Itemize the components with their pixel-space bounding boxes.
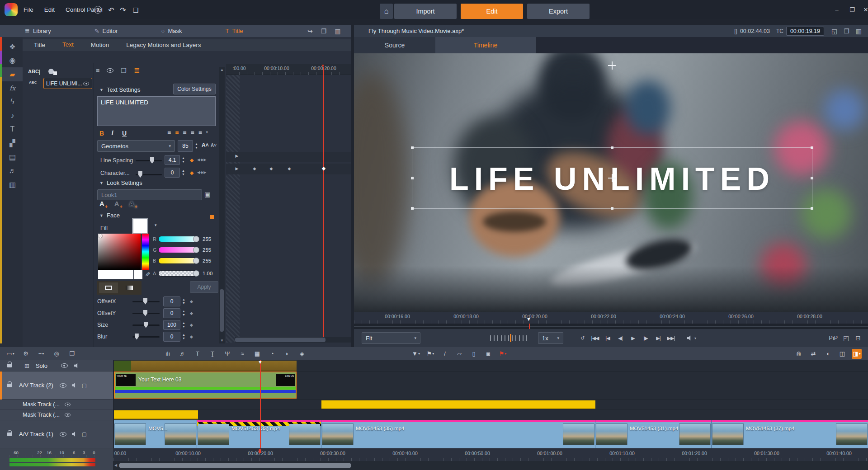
- magnet-snap-icon[interactable]: ⋒▾: [794, 349, 804, 359]
- previous-clip-button[interactable]: |◀: [602, 333, 613, 343]
- scroll-left-icon[interactable]: ◀: [114, 463, 117, 467]
- character-spacing-field[interactable]: 0: [165, 168, 180, 178]
- add-face-icon[interactable]: A+: [99, 200, 104, 207]
- go-to-start-button[interactable]: |◀◀: [590, 333, 600, 343]
- tab-legacy-motions[interactable]: Legacy Motions and Layers: [126, 42, 201, 49]
- tab-editor[interactable]: ✎ Editor: [94, 28, 118, 34]
- parameter-slider[interactable]: [132, 301, 160, 302]
- eye-icon[interactable]: [65, 402, 71, 406]
- help-icon[interactable]: ?: [94, 6, 102, 14]
- channel-slider[interactable]: [158, 270, 200, 277]
- slider-thumb[interactable]: [144, 322, 148, 328]
- hue-strip[interactable]: [142, 234, 149, 270]
- panel-columns-icon[interactable]: ▥: [335, 28, 340, 34]
- timeline-video-clip[interactable]: MOV51453 (33).mp4: [197, 420, 321, 448]
- export-frame-icon[interactable]: ❐▾: [67, 349, 77, 359]
- parameter-field[interactable]: 100: [163, 320, 180, 330]
- disc-burn-icon[interactable]: ◎▾: [52, 349, 61, 359]
- smart-edit-icon[interactable]: ◨▾: [852, 349, 862, 359]
- font-size-stepper[interactable]: ▲▼: [195, 140, 198, 152]
- selected-keyframe-icon[interactable]: ◆: [322, 165, 326, 171]
- font-family-dropdown[interactable]: Geometos ▾: [97, 140, 175, 152]
- slider-thumb[interactable]: [138, 171, 142, 178]
- sidebar-movies-icon[interactable]: ◉: [2, 54, 23, 68]
- flag-mode-icon[interactable]: ⚑▾: [425, 349, 435, 359]
- menu-edit[interactable]: Edit: [44, 6, 55, 13]
- settings-scrollbar[interactable]: ▲ ▼: [219, 67, 225, 343]
- timeline-video-clip[interactable]: MOV5...: [114, 420, 197, 448]
- parameter-stepper[interactable]: ▲▼: [182, 308, 185, 318]
- chevron-down-icon[interactable]: ▾: [694, 336, 696, 340]
- pip-label[interactable]: PiP: [829, 335, 838, 341]
- chevron-down-icon[interactable]: ▾: [155, 223, 157, 227]
- add-shadow-icon[interactable]: A+: [129, 200, 134, 207]
- collapse-arrow-icon[interactable]: ▼: [99, 88, 104, 92]
- sidebar-projects-folder-icon[interactable]: ▰: [2, 67, 23, 81]
- eye-icon[interactable]: [61, 363, 68, 368]
- keyframe-run-in-icon[interactable]: ▶: [236, 166, 239, 171]
- add-shape-icon[interactable]: [48, 68, 57, 75]
- tab-motion[interactable]: Motion: [91, 42, 109, 49]
- add-edge-icon[interactable]: A+: [114, 200, 119, 207]
- sidebar-montage-icon[interactable]: ▞: [2, 136, 23, 150]
- restore-icon[interactable]: ❐: [846, 5, 858, 14]
- add-keyframe-icon[interactable]: ◆: [190, 157, 193, 163]
- insert-mode-icon[interactable]: ▼▾: [411, 349, 421, 359]
- channel-slider[interactable]: [158, 236, 200, 242]
- add-keyframe-icon[interactable]: ◆: [190, 311, 193, 315]
- paragraph-spacing-icon[interactable]: ≡: [198, 129, 202, 136]
- tab-text[interactable]: Text: [62, 41, 74, 49]
- parameter-slider[interactable]: [132, 324, 160, 326]
- add-keyframe-icon[interactable]: ◆: [190, 170, 193, 176]
- voiceover-mic-icon[interactable]: Ψ▾: [222, 349, 232, 359]
- decrease-font-icon[interactable]: A˅: [211, 143, 217, 148]
- video-preview[interactable]: LIFE UNLIMITED: [354, 53, 868, 312]
- channel-slider[interactable]: [158, 258, 200, 264]
- italic-button[interactable]: I: [111, 130, 113, 137]
- line-spacing-field[interactable]: 4.1: [165, 155, 180, 165]
- solid-fill-button[interactable]: [99, 282, 118, 293]
- scroll-down-icon[interactable]: ▼: [220, 338, 224, 343]
- mini-hscrollbar[interactable]: [235, 337, 351, 343]
- add-keyframe-icon[interactable]: ◆: [190, 334, 193, 339]
- align-center-icon[interactable]: ≡: [175, 129, 179, 136]
- preview-playhead-handle[interactable]: ▼: [526, 316, 531, 322]
- keyframe-wave-icon[interactable]: ≈▾: [237, 349, 247, 359]
- sidebar-media-bins-icon[interactable]: ❖: [2, 40, 23, 54]
- sidebar-scorefitter-icon[interactable]: ♬: [2, 164, 23, 178]
- track-header-mask1[interactable]: Mask Track (...: [0, 400, 113, 409]
- dual-preview-icon[interactable]: ▥: [856, 28, 862, 34]
- timeline-settings-gear-icon[interactable]: ⚙▾: [21, 349, 31, 359]
- eye-icon[interactable]: [60, 383, 66, 388]
- timecode-field[interactable]: 00:00:19.19: [786, 27, 824, 36]
- shuttle-jog-control[interactable]: [490, 335, 530, 341]
- underline-button[interactable]: U: [122, 130, 127, 137]
- slider-thumb[interactable]: [143, 298, 147, 305]
- time-remap-icon[interactable]: ◔▾: [267, 349, 277, 359]
- line-spacing-slider[interactable]: [136, 160, 162, 161]
- fullscreen-preview-icon[interactable]: ◱: [831, 28, 837, 34]
- duplicate-layer-icon[interactable]: ❐: [121, 67, 127, 74]
- add-text-icon[interactable]: ABC: [28, 69, 39, 74]
- sidebar-bookshelf-icon[interactable]: ▥: [2, 178, 23, 192]
- keyframe-add-icon[interactable]: ◈▾: [297, 349, 307, 359]
- parameter-slider[interactable]: [132, 313, 160, 314]
- speech-bubble-icon[interactable]: ◗▾: [282, 349, 292, 359]
- audio-mixer-icon[interactable]: ılı▾: [163, 349, 173, 359]
- preview-scroll-strip[interactable]: [354, 324, 868, 329]
- eye-icon[interactable]: [65, 413, 71, 417]
- volume-speaker-icon[interactable]: [687, 335, 693, 341]
- sidebar-effects-icon[interactable]: fx: [2, 81, 23, 95]
- keyframe-nav-icons[interactable]: ◀◆▶: [197, 170, 207, 174]
- collapse-arrow-icon[interactable]: ▼: [99, 213, 104, 218]
- character-spacing-stepper[interactable]: ▲▼: [182, 168, 185, 178]
- solo-label[interactable]: Solo: [36, 362, 47, 369]
- razor-split-icon[interactable]: /▾: [440, 349, 450, 359]
- fill-color-swatch[interactable]: [132, 218, 148, 234]
- collapse-arrow-icon[interactable]: ▼: [99, 181, 104, 185]
- keyframe-run-in-icon[interactable]: ▶: [236, 154, 239, 158]
- timeline-content[interactable]: YOUR TE LIFE UN Your Text Here 03 MOV5..…: [113, 360, 868, 448]
- subtitle-tool-icon[interactable]: Ṯ▾: [208, 349, 217, 359]
- monitor-icon[interactable]: ▢: [82, 383, 87, 388]
- scrollbar-thumb[interactable]: [235, 338, 326, 342]
